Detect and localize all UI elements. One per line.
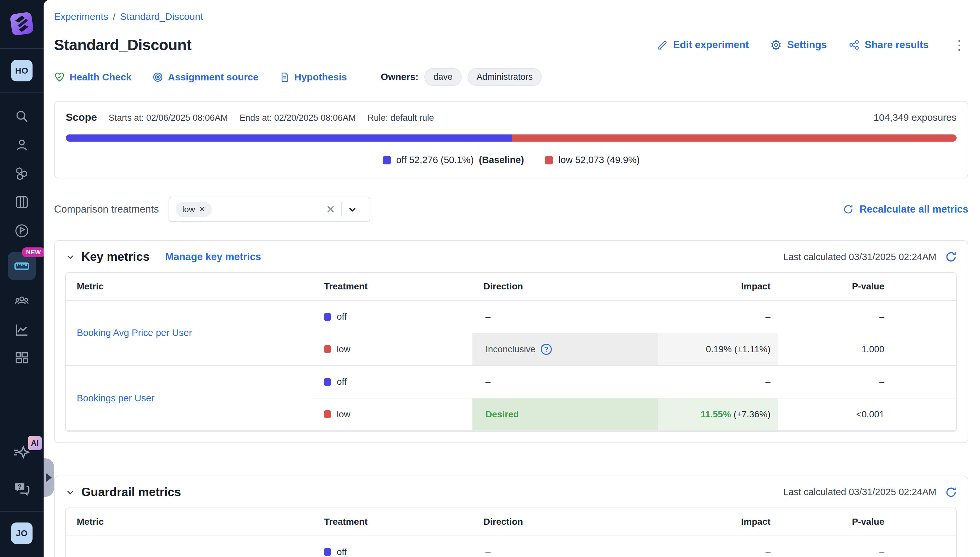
sidebar-divider [0,511,44,512]
ai-assistant-button[interactable]: AI [13,443,31,463]
share-icon [848,39,860,50]
health-check-label: Health Check [70,72,132,83]
treatment-chip-label: low [182,204,195,215]
col-pvalue: P-value [778,508,892,536]
collapse-chevron-icon[interactable] [65,487,75,497]
hypothesis-label: Hypothesis [294,72,347,83]
health-check-link[interactable]: Health Check [54,72,132,83]
select-clear-icon[interactable]: ✕ [320,203,341,216]
swatch-low [324,345,331,353]
segments-hexagons-icon[interactable] [14,166,29,181]
edit-experiment-button[interactable]: Edit experiment [657,39,749,51]
impact-cell: – [658,300,778,333]
treatment-label: low [337,409,350,420]
gear-icon [770,39,782,51]
metric-row-bookings-per-user: Bookings per User off – – – 0.1 low Desi… [66,366,957,431]
assignment-source-link[interactable]: Assignment source [152,72,258,83]
swatch-low [324,410,331,418]
legend-item-off: off 52,276 (50.1%) (Baseline) [383,155,524,165]
treatment-label: low [337,344,350,355]
col-value: Value [892,273,957,300]
pvalue-cell: <0.001 [778,398,892,431]
direction-cell-desired: Desired [473,398,658,431]
pvalue-cell: 1.000 [778,333,892,366]
impact-value: 11.55% [700,409,731,419]
metric-link[interactable]: Bookings per User [77,393,154,403]
owners-label: Owners: [381,72,418,82]
document-icon [280,72,290,83]
hypothesis-link[interactable]: Hypothesis [280,72,347,83]
legend-baseline-text: (Baseline) [479,155,524,165]
direction-cell: – [473,366,658,398]
breadcrumb-experiments[interactable]: Experiments [54,11,108,22]
direction-cell: – [473,536,658,557]
value-cell: 0.1 [892,366,957,398]
pencil-icon [657,39,668,50]
guardrail-metrics-title: Guardrail metrics [81,485,181,499]
settings-button[interactable]: Settings [770,39,827,51]
edit-experiment-label: Edit experiment [673,39,749,51]
sidebar-item-experiments-active[interactable]: NEW [8,252,36,280]
collapse-chevron-icon[interactable] [65,252,75,262]
recalculate-all-button[interactable]: Recalculate all metrics [843,204,968,215]
help-chat-icon[interactable]: ? [13,479,31,498]
impact-cell: 0.19% (±1.11%) [658,333,778,366]
share-results-button[interactable]: Share results [848,39,929,51]
feature-flag-icon[interactable] [14,223,29,238]
refresh-icon[interactable] [945,486,957,498]
owner-pill-administrators[interactable]: Administrators [468,68,542,86]
treatment-select[interactable]: low ✕ ✕ [169,197,370,222]
audiences-people-icon[interactable] [14,294,29,309]
search-icon[interactable] [14,109,29,124]
statsig-logo-icon[interactable] [10,12,33,36]
impact-cell: – [658,536,778,557]
value-cell: 238.3 [892,536,957,557]
sidebar-expand-handle[interactable] [44,458,54,497]
col-metric: Metric [66,508,313,536]
org-badge[interactable]: HO [11,60,33,81]
manage-key-metrics-link[interactable]: Manage key metrics [165,251,261,263]
comparison-label: Comparison treatments [54,204,159,215]
impact-cell: – [658,366,778,398]
metrics-chart-icon[interactable] [14,322,29,337]
col-treatment: Treatment [313,508,473,536]
assignment-source-label: Assignment source [168,72,258,83]
health-heart-icon [54,72,65,83]
col-impact: Impact [658,273,778,300]
col-metric: Metric [66,273,313,300]
legend-swatch-low [544,156,553,164]
exposures-count: 104,349 exposures [874,112,957,123]
chip-remove-icon[interactable]: ✕ [199,205,205,214]
scope-starts: Starts at: 02/06/2025 08:06AM [109,113,228,123]
col-impact: Impact [658,508,778,536]
col-direction: Direction [473,273,658,300]
refresh-icon [843,204,854,215]
metric-link[interactable]: Booking Avg Price per User [77,327,192,338]
chevron-down-icon[interactable] [341,204,363,215]
pvalue-cell: – [778,300,892,333]
expand-arrow-icon [46,473,52,482]
swatch-off [324,548,331,556]
page-title: Standard_Discount [54,36,191,54]
user-avatar[interactable]: JO [11,523,33,544]
owner-pill-dave[interactable]: dave [424,68,462,86]
legend-swatch-off [383,156,391,164]
treatment-chip-low[interactable]: low ✕ [176,202,212,217]
col-direction: Direction [473,508,658,536]
breadcrumb-current[interactable]: Standard_Discount [120,11,203,22]
refresh-icon[interactable] [945,251,957,263]
dashboard-grid-icon[interactable] [14,351,29,366]
kebab-menu-icon[interactable]: ⋮ [950,38,968,51]
new-badge: NEW [22,248,45,257]
columns-icon[interactable] [14,195,29,210]
impact-cell: 11.55% (±7.36%) [658,398,778,431]
question-circle-icon[interactable]: ? [541,344,552,355]
pvalue-cell: – [778,536,892,557]
user-icon[interactable] [14,137,29,152]
key-metrics-title: Key metrics [81,250,150,264]
ai-badge: AI [28,436,42,450]
main-content: Experiments / Standard_Discount Standard… [44,0,980,557]
svg-text:?: ? [18,484,21,490]
key-metrics-section: Key metrics Manage key metrics Last calc… [54,240,968,443]
comparison-row: Comparison treatments low ✕ ✕ Recalculat… [54,197,968,222]
